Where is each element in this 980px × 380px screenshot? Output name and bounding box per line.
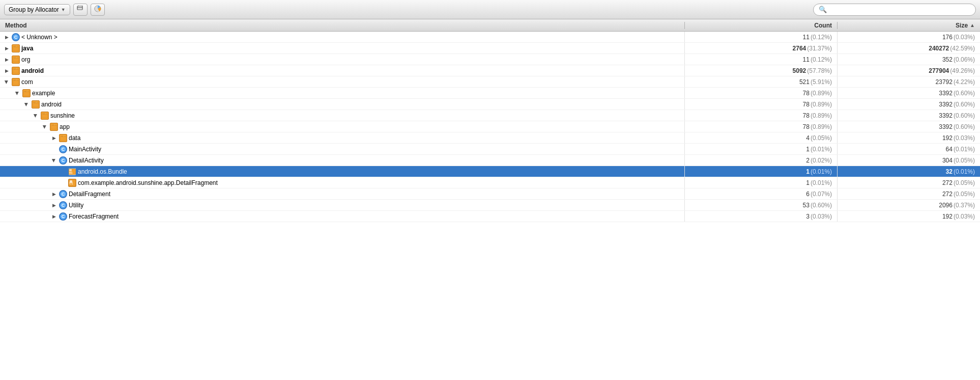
count-value: 78 (803, 123, 810, 130)
count-cell: 53 (0.60%) (685, 200, 838, 210)
svg-rect-7 (23, 92, 30, 96)
table-row[interactable]: ▶java2764 (31.37%)240272 (42.59%) (0, 43, 980, 54)
class-icon: C (12, 33, 20, 41)
count-value: 78 (803, 101, 810, 108)
field-icon: 01 (68, 179, 76, 187)
table-row[interactable]: ▶CUtility53 (0.60%)2096 (0.37%) (0, 200, 980, 211)
count-percent: (0.12%) (811, 56, 832, 63)
disclosure-triangle[interactable]: ▶ (41, 123, 48, 130)
package-icon (41, 112, 49, 120)
size-cell: 304 (0.05%) (838, 155, 980, 166)
row-label: example (32, 90, 55, 97)
count-percent: (0.89%) (811, 90, 832, 97)
size-value: 3392 (939, 112, 953, 119)
table-row[interactable]: ▶android78 (0.89%)3392 (0.60%) (0, 99, 980, 110)
disclosure-triangle[interactable]: ▶ (3, 56, 10, 63)
size-value: 64 (946, 146, 953, 153)
table-row[interactable]: ▶CDetailFragment6 (0.07%)272 (0.05%) (0, 188, 980, 200)
class-icon: C (59, 201, 67, 209)
size-percent: (0.60%) (954, 101, 975, 108)
method-column-header[interactable]: Method (0, 22, 685, 29)
count-value: 1 (806, 168, 810, 175)
method-cell: ▶CForecastFragment (0, 211, 685, 222)
method-cell: ▶01com.example.android.sunshine.app.Deta… (0, 177, 685, 188)
svg-rect-10 (51, 125, 57, 129)
search-input[interactable] (829, 6, 970, 13)
table-row[interactable]: ▶data4 (0.05%)192 (0.03%) (0, 132, 980, 144)
app-container: Group by Allocator ▼ (0, 0, 980, 380)
size-value: 272 (942, 191, 953, 198)
disclosure-triangle[interactable]: ▶ (50, 157, 57, 164)
size-value: 23792 (936, 78, 953, 86)
table-row[interactable]: ▶org11 (0.12%)352 (0.06%) (0, 54, 980, 65)
size-percent: (0.05%) (954, 191, 975, 198)
size-column-header[interactable]: Size ▲ (838, 22, 980, 29)
disclosure-triangle[interactable]: ▶ (32, 112, 39, 119)
package-icon (50, 123, 58, 131)
row-label: app (60, 123, 70, 130)
size-percent: (0.05%) (954, 179, 975, 186)
size-cell: 23792 (4.22%) (838, 76, 980, 87)
size-cell: 277904 (49.26%) (838, 65, 980, 76)
chart-button[interactable] (91, 4, 105, 16)
table-row[interactable]: ▶com521 (5.91%)23792 (4.22%) (0, 76, 980, 88)
row-label: com (21, 78, 33, 86)
table-row[interactable]: ▶CMainActivity1 (0.01%)64 (0.01%) (0, 144, 980, 155)
table-row[interactable]: ▶01com.example.android.sunshine.app.Deta… (0, 177, 980, 188)
size-cell: 352 (0.06%) (838, 54, 980, 65)
count-cell: 1 (0.01%) (685, 144, 838, 154)
disclosure-triangle[interactable]: ▶ (3, 67, 10, 74)
svg-rect-11 (60, 137, 66, 141)
count-cell: 78 (0.89%) (685, 99, 838, 110)
table-row[interactable]: ▶01android.os.Bundle1 (0.01%)32 (0.01%) (0, 166, 980, 177)
method-cell: ▶CDetailActivity (0, 155, 685, 166)
class-icon: C (59, 156, 67, 165)
count-value: 5092 (793, 67, 806, 74)
svg-text:01: 01 (69, 171, 73, 174)
size-cell: 3392 (0.60%) (838, 88, 980, 98)
disclosure-triangle[interactable]: ▶ (50, 202, 57, 209)
count-column-header[interactable]: Count (685, 22, 838, 29)
count-cell: 1 (0.01%) (685, 166, 838, 177)
count-percent: (0.89%) (811, 112, 832, 119)
count-percent: (0.01%) (811, 168, 832, 175)
toolbar: Group by Allocator ▼ (0, 0, 980, 19)
count-percent: (0.02%) (811, 157, 832, 164)
count-value: 11 (803, 56, 810, 63)
disclosure-triangle[interactable]: ▶ (50, 213, 57, 220)
group-by-button[interactable]: Group by Allocator ▼ (4, 4, 70, 15)
disclosure-triangle[interactable]: ▶ (50, 191, 57, 198)
row-label: android.os.Bundle (78, 168, 127, 175)
method-cell: ▶com (0, 76, 685, 87)
count-value: 78 (803, 90, 810, 97)
size-value: 3392 (939, 123, 953, 130)
row-label: android (41, 101, 62, 108)
table-row[interactable]: ▶android5092 (57.78%)277904 (49.26%) (0, 65, 980, 76)
count-value: 2 (806, 157, 810, 164)
disclosure-triangle[interactable]: ▶ (23, 101, 30, 108)
package-icon (12, 44, 20, 52)
size-value: 2096 (939, 202, 953, 209)
package-icon (12, 78, 20, 86)
disclosure-triangle[interactable]: ▶ (50, 134, 57, 142)
size-cell: 32 (0.01%) (838, 166, 980, 177)
count-percent: (0.07%) (811, 191, 832, 198)
table-row[interactable]: ▶example78 (0.89%)3392 (0.60%) (0, 88, 980, 99)
disclosure-triangle[interactable]: ▶ (14, 90, 21, 97)
disclosure-triangle[interactable]: ▶ (3, 78, 10, 86)
method-cell: ▶CDetailFragment (0, 188, 685, 199)
disclosure-triangle[interactable]: ▶ (3, 45, 10, 52)
table-row[interactable]: ▶CDetailActivity2 (0.02%)304 (0.05%) (0, 155, 980, 166)
refresh-button[interactable] (73, 4, 88, 16)
count-cell: 78 (0.89%) (685, 110, 838, 121)
table-row[interactable]: ▶app78 (0.89%)3392 (0.60%) (0, 121, 980, 132)
count-percent: (31.37%) (807, 45, 832, 52)
count-percent: (0.60%) (811, 202, 832, 209)
package-icon (12, 67, 20, 75)
table-row[interactable]: ▶sunshine78 (0.89%)3392 (0.60%) (0, 110, 980, 121)
size-percent: (0.05%) (954, 157, 975, 164)
table-row[interactable]: ▶C< Unknown >11 (0.12%)176 (0.03%) (0, 32, 980, 43)
table-row[interactable]: ▶CForecastFragment3 (0.03%)192 (0.03%) (0, 211, 980, 222)
row-label: java (21, 45, 33, 52)
disclosure-triangle[interactable]: ▶ (3, 34, 10, 41)
